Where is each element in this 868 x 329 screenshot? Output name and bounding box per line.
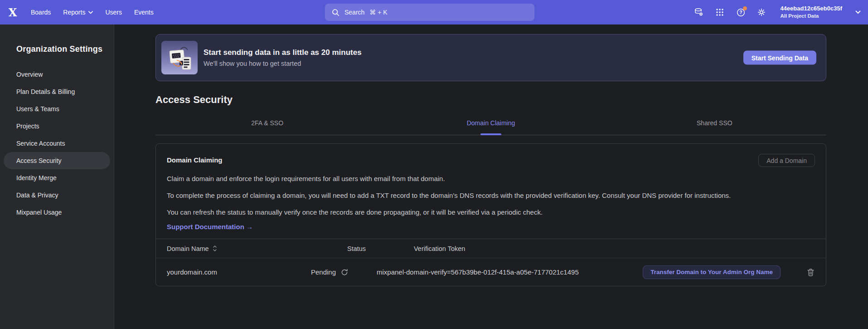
help-icon[interactable]: ? — [735, 6, 747, 18]
transfer-domain-button[interactable]: Transfer Domain to Your Admin Org Name — [643, 265, 781, 279]
refresh-icon[interactable] — [341, 269, 348, 276]
sidebar-item-projects[interactable]: Projects — [4, 118, 110, 135]
tab-shared-sso[interactable]: Shared SSO — [603, 110, 826, 135]
table-header-row: Domain Name Status Verification Token — [156, 239, 826, 258]
nav-item-users[interactable]: Users — [105, 9, 122, 16]
page-title: Access Security — [155, 94, 826, 106]
project-selector[interactable]: 44eebad12c65eb0c35f All Project Data — [780, 5, 842, 20]
search-input[interactable]: Search ⌘ + K — [325, 4, 534, 21]
domain-name-cell: yourdomain.com — [156, 268, 311, 276]
verification-token-cell: mixpanel-domain-verify=567b39be-012f-415… — [377, 268, 643, 276]
top-nav: X Boards Reports Users Events Search ⌘ +… — [0, 0, 868, 25]
search-icon — [332, 9, 339, 16]
project-id: 44eebad12c65eb0c35f — [780, 5, 842, 13]
sidebar-item-identity-merge[interactable]: Identity Merge — [4, 169, 110, 187]
nav-item-label: Reports — [63, 9, 85, 16]
start-sending-data-button[interactable]: Start Sending Data — [743, 51, 816, 65]
sidebar-item-service-accounts[interactable]: Service Accounts — [4, 135, 110, 152]
sidebar-item-overview[interactable]: Overview — [4, 66, 110, 83]
data-management-icon[interactable] — [693, 6, 705, 18]
notification-dot — [743, 6, 747, 10]
svg-text:?: ? — [739, 10, 742, 15]
status-badge: Pending — [311, 268, 336, 276]
chevron-down-icon — [88, 11, 93, 14]
card-title: Domain Claiming — [167, 154, 223, 164]
support-documentation-link[interactable]: Support Documentation → — [167, 223, 253, 231]
sidebar-item-data-privacy[interactable]: Data & Privacy — [4, 187, 110, 204]
access-security-tabs: 2FA & SSO Domain Claiming Shared SSO — [155, 110, 826, 135]
sidebar-item-mixpanel-usage[interactable]: Mixpanel Usage — [4, 204, 110, 221]
banner-subtitle: We'll show you how to get started — [204, 60, 362, 67]
onboarding-banner: Start sending data in as little as 20 mi… — [155, 34, 826, 81]
sidebar-list: Overview Plan Details & Billing Users & … — [0, 66, 114, 221]
column-header-verification-token: Verification Token — [414, 245, 826, 252]
add-domain-button[interactable]: Add a Domain — [758, 154, 815, 167]
gear-icon[interactable] — [756, 6, 767, 18]
domain-claiming-card: Domain Claiming Add a Domain Claim a dom… — [155, 143, 826, 286]
nav-right-cluster: ? 44eebad12c65eb0c35f All Project Data — [693, 0, 861, 25]
tab-domain-claiming[interactable]: Domain Claiming — [379, 110, 602, 135]
project-name: All Project Data — [780, 13, 842, 20]
sidebar-item-access-security[interactable]: Access Security — [4, 152, 110, 169]
tab-2fa-sso[interactable]: 2FA & SSO — [155, 110, 379, 135]
card-paragraph: Claim a domain and enforce the login req… — [167, 173, 774, 184]
card-paragraph: To complete the process of claiming a do… — [167, 190, 774, 201]
search-placeholder: Search ⌘ + K — [344, 9, 388, 16]
banner-text: Start sending data in as little as 20 mi… — [204, 48, 362, 67]
sort-icon[interactable] — [213, 245, 217, 252]
org-settings-sidebar: Organization Settings Overview Plan Deta… — [0, 25, 114, 329]
domains-table: Domain Name Status Verification Token yo… — [156, 239, 826, 286]
nav-item-label: Events — [134, 9, 154, 16]
project-chevron-down-icon[interactable] — [855, 10, 861, 14]
banner-illustration — [161, 41, 198, 74]
nav-item-label: Boards — [31, 9, 51, 16]
column-header-status: Status — [347, 245, 414, 252]
mixpanel-logo[interactable]: X — [6, 6, 19, 19]
nav-links: Boards Reports Users Events — [31, 9, 154, 16]
sidebar-item-plan-details-billing[interactable]: Plan Details & Billing — [4, 83, 110, 100]
card-paragraph: You can refresh the status to manually v… — [167, 207, 774, 218]
column-header-domain-name: Domain Name — [167, 245, 209, 252]
nav-item-label: Users — [105, 9, 122, 16]
table-row: yourdomain.com Pending mixpanel-domain-v… — [156, 258, 826, 286]
nav-item-reports[interactable]: Reports — [63, 9, 93, 16]
sidebar-item-users-teams[interactable]: Users & Teams — [4, 100, 110, 118]
main-area: Start sending data in as little as 20 mi… — [114, 25, 868, 329]
nav-item-events[interactable]: Events — [134, 9, 154, 16]
trash-icon[interactable] — [807, 268, 815, 276]
apps-grid-icon[interactable] — [714, 6, 726, 18]
nav-item-boards[interactable]: Boards — [31, 9, 51, 16]
banner-title: Start sending data in as little as 20 mi… — [204, 48, 362, 57]
sidebar-title: Organization Settings — [16, 44, 114, 54]
